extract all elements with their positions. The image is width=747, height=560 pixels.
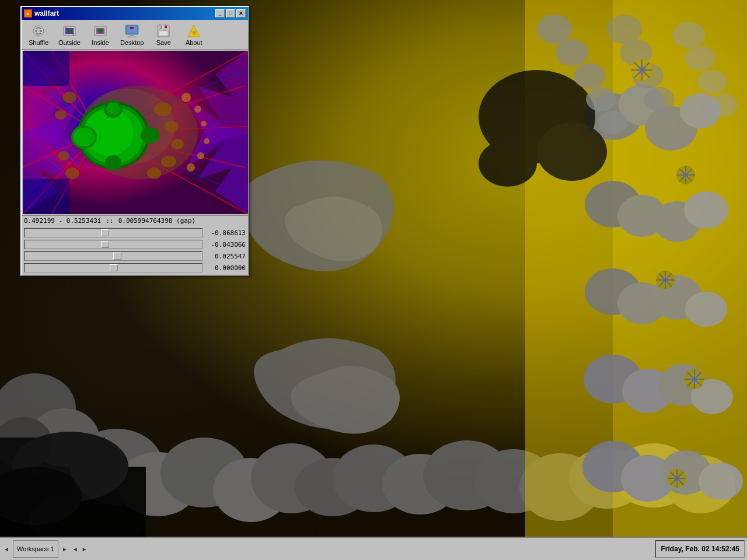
about-icon: ★ bbox=[187, 24, 201, 38]
about-label: About bbox=[186, 39, 203, 46]
slider-value-1: -0.868613 bbox=[205, 229, 246, 237]
save-label: Save bbox=[156, 39, 171, 46]
svg-point-148 bbox=[147, 167, 161, 179]
svg-point-151 bbox=[58, 151, 69, 160]
svg-point-58 bbox=[697, 70, 727, 93]
svg-point-139 bbox=[74, 128, 95, 146]
desktop-button[interactable]: Desktop bbox=[116, 22, 148, 48]
svg-point-147 bbox=[161, 156, 176, 167]
svg-point-59 bbox=[710, 94, 738, 116]
minimize-button[interactable]: _ bbox=[215, 9, 225, 18]
save-button[interactable]: Save bbox=[149, 22, 178, 48]
about-button[interactable]: ★ About bbox=[179, 22, 208, 48]
svg-point-154 bbox=[194, 106, 201, 113]
svg-point-31 bbox=[684, 191, 728, 229]
svg-rect-111 bbox=[159, 31, 168, 36]
coords-display: 0.492199 - 0.525343i bbox=[24, 217, 101, 225]
slider-4[interactable] bbox=[24, 263, 203, 272]
shuffle-icon bbox=[32, 24, 46, 38]
svg-point-150 bbox=[55, 110, 67, 120]
save-icon bbox=[156, 24, 170, 38]
maximize-button[interactable]: □ bbox=[226, 9, 235, 18]
svg-rect-112 bbox=[165, 26, 167, 28]
nav-left-arrow[interactable]: ◄ bbox=[71, 545, 79, 554]
shuffle-button[interactable]: Shuffle bbox=[24, 22, 53, 48]
svg-point-157 bbox=[197, 152, 204, 159]
svg-point-158 bbox=[187, 163, 195, 172]
svg-point-95 bbox=[35, 30, 37, 32]
svg-point-56 bbox=[672, 22, 705, 48]
svg-point-156 bbox=[204, 138, 210, 144]
svg-point-102 bbox=[98, 29, 103, 33]
title-bar: ■ wallfart _ □ ✕ bbox=[22, 7, 248, 20]
slider-3[interactable] bbox=[24, 251, 203, 261]
desktop-icon bbox=[125, 24, 139, 38]
slider-row-3: 0.025547 bbox=[24, 251, 246, 261]
svg-point-152 bbox=[65, 167, 79, 179]
svg-point-50 bbox=[586, 87, 616, 111]
svg-point-146 bbox=[171, 139, 184, 149]
outside-icon bbox=[62, 24, 76, 38]
slider-value-4: 0.000000 bbox=[205, 264, 246, 272]
svg-rect-159 bbox=[23, 51, 69, 86]
outside-label: Outside bbox=[58, 39, 81, 46]
svg-point-48 bbox=[556, 39, 588, 66]
svg-point-47 bbox=[537, 15, 572, 44]
svg-text:★: ★ bbox=[191, 29, 197, 37]
window-title: wallfart bbox=[34, 9, 213, 18]
workspace-next-arrow[interactable]: ► bbox=[61, 545, 69, 554]
svg-point-45 bbox=[537, 123, 607, 181]
workspace-button[interactable]: Workspace 1 bbox=[13, 540, 58, 558]
workspace-label: Workspace 1 bbox=[17, 545, 54, 552]
svg-rect-107 bbox=[130, 27, 134, 29]
close-button[interactable]: ✕ bbox=[236, 9, 246, 18]
slider-value-2: -0.843066 bbox=[205, 241, 246, 249]
window-controls: _ □ ✕ bbox=[215, 9, 246, 18]
status-bar: 0.492199 - 0.525343i :: 0.005994764398 (… bbox=[22, 215, 248, 226]
svg-point-96 bbox=[40, 30, 42, 32]
svg-point-143 bbox=[105, 155, 121, 170]
svg-point-35 bbox=[685, 292, 727, 327]
svg-point-149 bbox=[62, 92, 76, 103]
svg-rect-160 bbox=[23, 179, 69, 214]
svg-point-155 bbox=[201, 121, 207, 127]
svg-point-57 bbox=[685, 46, 715, 71]
svg-point-141 bbox=[106, 103, 120, 116]
sliders-panel: -0.868613 -0.843066 0.025547 0.000000 bbox=[22, 226, 248, 275]
desktop-label: Desktop bbox=[120, 39, 144, 46]
svg-point-49 bbox=[574, 63, 605, 89]
toolbar: Shuffle Outside I bbox=[22, 20, 248, 50]
inside-button[interactable]: Inside bbox=[86, 22, 115, 48]
slider-row-1: -0.868613 bbox=[24, 228, 246, 237]
slider-row-2: -0.843066 bbox=[24, 240, 246, 249]
shuffle-label: Shuffle bbox=[29, 39, 48, 46]
svg-point-46 bbox=[479, 140, 537, 187]
slider-1[interactable] bbox=[24, 228, 203, 237]
preview-area[interactable] bbox=[23, 51, 248, 214]
svg-point-94 bbox=[33, 26, 44, 36]
inside-icon bbox=[93, 24, 107, 38]
svg-rect-106 bbox=[128, 36, 135, 37]
slider-value-3: 0.025547 bbox=[205, 253, 246, 260]
gap-display: 0.005994764398 (gap) bbox=[118, 217, 196, 225]
slider-2[interactable] bbox=[24, 240, 203, 249]
svg-point-142 bbox=[141, 127, 159, 144]
fractal-preview bbox=[23, 51, 248, 214]
svg-point-145 bbox=[165, 121, 179, 132]
taskbar: ◄ Workspace 1 ► ◄ ► Friday, Feb. 02 14:5… bbox=[0, 537, 747, 560]
inside-label: Inside bbox=[92, 39, 109, 46]
datetime-display: Friday, Feb. 02 14:52:45 bbox=[655, 540, 745, 558]
workspace-prev-arrow[interactable]: ◄ bbox=[2, 545, 11, 554]
svg-rect-110 bbox=[160, 26, 162, 29]
slider-row-4: 0.000000 bbox=[24, 263, 246, 272]
svg-point-144 bbox=[154, 102, 172, 116]
svg-rect-105 bbox=[130, 34, 134, 36]
status-separator: :: bbox=[106, 217, 113, 225]
taskbar-nav: ◄ ► bbox=[71, 545, 89, 554]
svg-point-55 bbox=[644, 87, 675, 111]
svg-point-43 bbox=[699, 463, 743, 500]
svg-point-153 bbox=[181, 93, 191, 102]
wallfart-window: ■ wallfart _ □ ✕ Shuffle bbox=[20, 6, 249, 276]
nav-right-arrow[interactable]: ► bbox=[81, 545, 89, 554]
outside-button[interactable]: Outside bbox=[54, 22, 85, 48]
